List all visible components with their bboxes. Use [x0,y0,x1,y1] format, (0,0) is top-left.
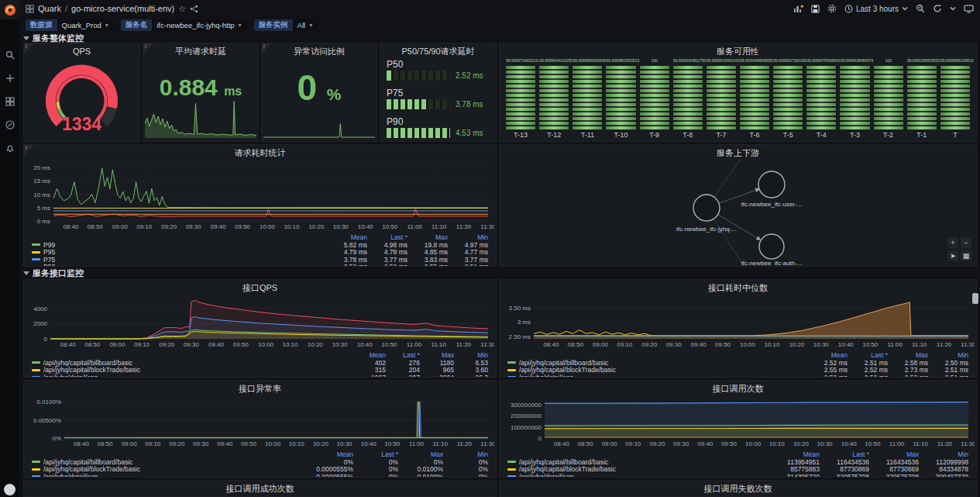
legend-column-header[interactable]: Mean [308,450,353,458]
search-icon[interactable] [4,49,16,61]
panel-title-availability[interactable]: 服务可用性 [500,45,976,57]
legend-series-label[interactable]: /api/jyhq/detail/cap [507,374,807,378]
panel-info-corner-icon[interactable]: i [24,145,34,155]
legend-column-header[interactable]: Mean [770,450,820,458]
legend-column-header[interactable]: Max [398,450,443,458]
legend-column-header[interactable]: Last * [367,233,407,241]
zoom-out-time-icon[interactable] [916,4,925,13]
kiosk-tv-icon[interactable] [964,5,974,13]
panel-title-interface-fail[interactable]: 接口调用失败次数 [500,482,976,495]
legend-series-label[interactable]: /api/jyhq/capital/blockTrade/basic [32,465,308,473]
alerting-bell-icon[interactable] [4,142,16,154]
topology-node-user[interactable] [758,171,785,198]
legend-column-header[interactable]: Last * [353,450,398,458]
panel-title-interface-qps[interactable]: 接口QPS [24,281,496,294]
service-topology-graph[interactable]: ifc-newbee_ifc-jyhq-... ifc-newbee_ifc-u… [502,159,974,266]
legend-series-label[interactable]: /api/jyhq/detail/cap [32,473,308,478]
zoom-in-icon[interactable]: + [947,237,958,248]
legend-column-header[interactable]: Max [869,450,919,458]
legend-series-label[interactable]: P95 [32,248,327,256]
panel-title-percentiles[interactable]: P50/75/90请求延时 [380,45,496,57]
legend-column-header[interactable]: Min [443,450,488,458]
legend-series-label[interactable]: P99 [32,241,327,249]
share-icon[interactable] [190,5,198,13]
panel-title-topology[interactable]: 服务上下游 [500,147,976,159]
dashboard-settings-gear-icon[interactable] [827,4,837,13]
panel-title-error-ratio[interactable]: 异常访问比例 [262,45,377,57]
legend-series-label[interactable]: /api/jyhq/capital/billboard/basic [32,458,308,466]
topology-node-main[interactable] [693,195,720,221]
panel-title-latency-stats[interactable]: 请求耗时统计 [24,147,496,159]
legend-column-header[interactable]: Min [454,351,488,359]
explore-compass-icon[interactable] [4,119,16,131]
user-avatar[interactable] [4,484,15,495]
variable-value-dropdown[interactable]: Quark_Prod▾ [57,19,113,31]
dashboards-icon[interactable] [4,95,16,108]
interface-qps-chart[interactable]: 08:4008:5009:0009:1009:2009:3009:4009:50… [27,294,494,348]
scrollbar-thumb[interactable] [972,293,978,304]
breadcrumb-dashboard-title[interactable]: go-micro-service(multi-env) [71,4,174,13]
zoom-out-icon[interactable]: − [961,237,971,248]
legend-column-header[interactable]: Mean [327,233,367,241]
layout-grid-icon[interactable]: ▦ [961,250,971,261]
variable-value-dropdown[interactable]: All▾ [293,19,318,31]
latency-stats-chart[interactable]: 08:4008:5009:0009:1009:2009:3009:4009:50… [27,159,494,230]
panel-title-avg-latency[interactable]: 平均请求时延 [143,45,258,57]
row-header-interface[interactable]: 服务接口监控 [23,269,84,278]
panel-title-interface-error[interactable]: 接口异常率 [24,382,496,395]
x-axis-tick: 11:20 [937,440,953,447]
legend-column-header[interactable]: Max [420,351,454,359]
legend-column-header[interactable]: Mean [807,351,848,359]
legend-series-label[interactable]: P50 [32,263,327,266]
legend-column-header[interactable]: Min [919,450,968,458]
x-axis-tick: 11:00 [407,341,422,348]
x-axis-tick: 10:50 [865,440,881,447]
panel-info-corner-icon[interactable]: i [24,43,34,53]
legend-series-label[interactable]: /api/jyhq/capital/billboard/basic [32,359,352,367]
availability-bar [740,66,769,129]
legend-column-header[interactable]: Mean [352,351,386,359]
refresh-interval-chevron-icon[interactable] [950,6,956,11]
legend-series-label[interactable]: /api/jyhq/capital/billboard/basic [507,359,807,367]
legend-value: 3.78 ms [327,256,367,264]
legend-column-header[interactable]: Last * [386,351,420,359]
legend-series-label[interactable]: /api/jyhq/capital/billboard/basic [507,458,770,466]
row-header-overview[interactable]: 服务整体监控 [23,34,84,43]
legend-series-label[interactable]: /api/jyhq/capital/blockTrade/basic [32,366,352,374]
legend-series-label[interactable]: /api/jyhq/detail/cap [507,473,770,478]
pan-icon[interactable]: ➤ [947,250,958,261]
save-dashboard-icon[interactable] [811,5,820,13]
panel-title-interface-calls[interactable]: 接口调用次数 [500,382,976,395]
variable-value-dropdown[interactable]: ifc-newbee_ifc-jyhq-http▾ [152,19,246,31]
interface-calls-chart[interactable]: 08:4008:5009:0009:1009:2009:3009:4009:50… [503,395,975,447]
refresh-icon[interactable] [933,4,942,13]
panel-title-interface-success[interactable]: 接口调用成功次数 [24,482,496,495]
panel-title-qps[interactable]: QPS [24,45,139,57]
series-color-chip [507,376,516,377]
legend-column-header[interactable]: Min [448,233,488,241]
legend-series-label[interactable]: P75 [32,256,327,264]
create-plus-icon[interactable] [4,72,16,85]
legend-series-label[interactable]: /api/jyhq/capital/blockTrade/basic [507,366,807,374]
legend-column-header[interactable]: Last * [820,450,869,458]
add-panel-icon[interactable] [793,5,803,13]
interface-median-chart[interactable]: 08:4008:5009:0009:1009:2009:3009:4009:50… [503,294,975,348]
legend-column-header[interactable]: Max [888,351,928,359]
interface-error-chart[interactable]: 08:4008:5009:0009:1009:2009:3009:4009:50… [27,395,494,447]
grafana-logo-icon[interactable] [0,0,19,19]
legend-column-header[interactable]: Last * [848,351,888,359]
y-axis-tick: 0.0100% [36,399,61,406]
topology-node-auth[interactable] [759,234,784,259]
panel-info-corner-icon[interactable]: i [262,43,272,53]
legend-series-label[interactable]: /api/jyhq/capital/blockTrade/basic [507,465,770,473]
breadcrumb-folder[interactable]: Quark [38,4,61,13]
time-range-picker[interactable]: Last 3 hours [844,5,908,13]
legend-column-header[interactable]: Max [407,233,448,241]
star-icon[interactable]: ☆ [178,4,186,14]
panel-title-interface-median[interactable]: 接口耗时中位数 [500,281,976,294]
y-axis-tick: 10 ms [33,192,50,198]
legend-series-label[interactable]: /api/jyhq/detail/cap [32,374,352,378]
availability-label: T-11 [573,131,602,139]
legend-column-header[interactable]: Min [928,351,968,359]
panel-info-corner-icon[interactable]: i [143,43,153,53]
